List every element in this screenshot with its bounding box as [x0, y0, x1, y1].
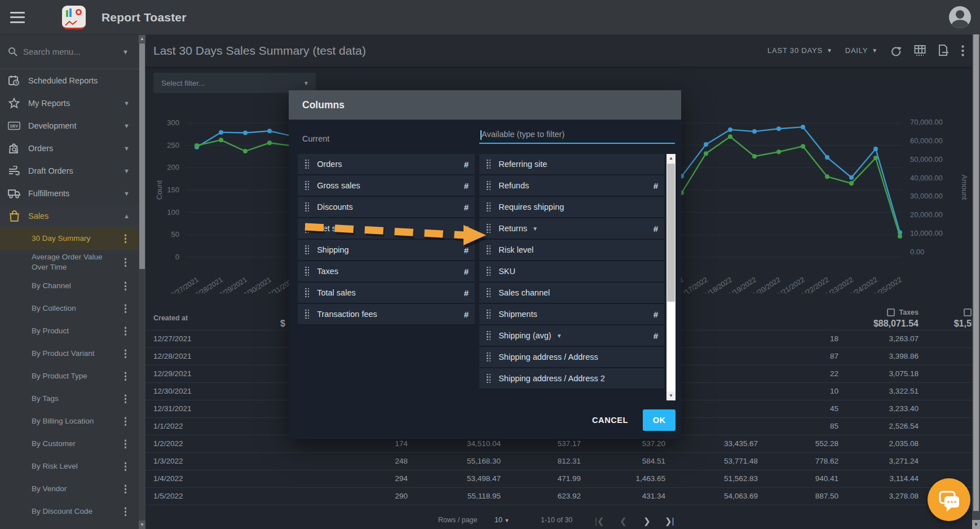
- sidebar-subitem-30-day-summary[interactable]: 30 Day Summary: [0, 227, 139, 250]
- item-menu-kebab-icon[interactable]: [125, 508, 127, 517]
- available-column-shipping-avg-[interactable]: Shipping (avg)▼#: [479, 325, 664, 347]
- drag-handle-icon[interactable]: [487, 374, 491, 383]
- drag-handle-icon[interactable]: [305, 245, 309, 254]
- sidebar-subitem-by-checkout-currency[interactable]: By Checkout Currency: [0, 523, 139, 529]
- sidebar-subitem-by-product-variant[interactable]: By Product Variant: [0, 342, 139, 365]
- sidebar-subitem-by-product-type[interactable]: By Product Type: [0, 365, 139, 387]
- current-column-gross-sales[interactable]: Gross sales#: [298, 175, 475, 197]
- available-column-refunds[interactable]: Refunds#: [479, 175, 664, 197]
- available-column-returns[interactable]: Returns▼#: [479, 218, 664, 240]
- sidebar-item-orders[interactable]: Orders▼: [0, 137, 139, 160]
- scroll-up-icon[interactable]: ▲: [666, 154, 676, 163]
- last-page-icon[interactable]: ❯|: [665, 516, 674, 526]
- drag-handle-icon[interactable]: [487, 245, 491, 254]
- sidebar-subitem-by-collection[interactable]: By Collection: [0, 297, 139, 320]
- drag-handle-icon[interactable]: [487, 267, 491, 276]
- drag-handle-icon[interactable]: [487, 352, 491, 362]
- menu-hamburger-icon[interactable]: [10, 12, 25, 23]
- drag-handle-icon[interactable]: [305, 288, 309, 297]
- export-icon[interactable]: [938, 45, 949, 56]
- sidebar-subitem-by-tags[interactable]: By Tags: [0, 387, 139, 410]
- chevron-down-icon[interactable]: ▼: [557, 333, 562, 339]
- table-row[interactable]: 1/5/202229055,118.95623.92431.3454,063.6…: [145, 487, 972, 505]
- account-avatar-icon[interactable]: [949, 6, 971, 28]
- scroll-up-icon[interactable]: ▲: [139, 34, 145, 43]
- cancel-button[interactable]: CANCEL: [592, 416, 628, 425]
- sidebar-item-fulfillments[interactable]: Fulfillments▼: [0, 182, 139, 205]
- granularity-select[interactable]: DAILY▼: [845, 46, 878, 55]
- sidebar-subitem-by-vendor[interactable]: By Vendor: [0, 478, 139, 500]
- sidebar-subitem-by-channel[interactable]: By Channel: [0, 275, 139, 297]
- available-scrollbar-thumb[interactable]: [667, 164, 675, 302]
- item-menu-kebab-icon[interactable]: [125, 350, 127, 359]
- sidebar-subitem-by-customer[interactable]: By Customer: [0, 433, 139, 455]
- available-column-shipping-address-address-2[interactable]: Shipping address / Address 2: [479, 368, 664, 390]
- scroll-down-icon[interactable]: ▼: [972, 520, 980, 529]
- current-column-net-sales[interactable]: Net sales#: [298, 218, 475, 240]
- drag-handle-icon[interactable]: [305, 267, 309, 276]
- table-row[interactable]: 1/4/202229453,498.47471.991,463.6551,562…: [145, 470, 972, 487]
- drag-handle-icon[interactable]: [305, 202, 309, 211]
- sidebar-item-draft-orders[interactable]: Draft Orders▼: [0, 160, 139, 182]
- search-dropdown-caret-icon[interactable]: ▼: [122, 49, 129, 55]
- sidebar-scrollbar-thumb[interactable]: [139, 43, 145, 269]
- item-menu-kebab-icon[interactable]: [125, 305, 127, 314]
- scroll-down-icon[interactable]: ▼: [666, 391, 676, 400]
- table-row[interactable]: 1/3/202224855,168.30812.31584.5153,771.4…: [145, 452, 972, 470]
- page-scrollbar[interactable]: ▼: [972, 34, 980, 529]
- item-menu-kebab-icon[interactable]: [125, 417, 127, 426]
- sidebar-item-sales[interactable]: Sales▲: [0, 205, 139, 227]
- sidebar-subitem-average-order-value-over-time[interactable]: Average Order Value Over Time: [0, 250, 139, 275]
- page-scrollbar-thumb[interactable]: [973, 34, 979, 511]
- item-menu-kebab-icon[interactable]: [125, 282, 127, 291]
- drag-handle-icon[interactable]: [487, 224, 491, 233]
- current-column-taxes[interactable]: Taxes#: [298, 261, 475, 283]
- drag-handle-icon[interactable]: [487, 331, 491, 340]
- prev-page-icon[interactable]: ❮: [620, 516, 627, 526]
- available-column-referring-site[interactable]: Referring site: [479, 154, 664, 175]
- current-column-discounts[interactable]: Discounts#: [298, 197, 475, 218]
- available-filter-input[interactable]: [479, 127, 675, 144]
- item-menu-kebab-icon[interactable]: [125, 440, 127, 449]
- available-column-shipments[interactable]: Shipments#: [479, 304, 664, 325]
- item-menu-kebab-icon[interactable]: [125, 372, 127, 381]
- sidebar-subitem-by-product[interactable]: By Product: [0, 320, 139, 342]
- current-column-orders[interactable]: Orders#: [298, 154, 475, 175]
- item-menu-kebab-icon[interactable]: [125, 462, 127, 471]
- current-column-shipping[interactable]: Shipping#: [298, 240, 475, 261]
- item-menu-kebab-icon[interactable]: [125, 395, 127, 404]
- chevron-down-icon[interactable]: ▼: [532, 226, 538, 232]
- sidebar-scrollbar[interactable]: ▲ ▼: [139, 34, 145, 529]
- drag-handle-icon[interactable]: [487, 202, 491, 211]
- sidebar-subitem-by-discount-code[interactable]: By Discount Code: [0, 500, 139, 523]
- sidebar-subitem-by-billing-location[interactable]: By Billing Location: [0, 410, 139, 433]
- drag-handle-icon[interactable]: [305, 224, 309, 233]
- refresh-icon[interactable]: [890, 45, 902, 56]
- drag-handle-icon[interactable]: [487, 160, 491, 169]
- search-input[interactable]: [23, 47, 108, 56]
- sidebar-item-my-reports[interactable]: My Reports▼: [0, 92, 139, 114]
- sidebar-subitem-by-risk-level[interactable]: By Risk Level: [0, 455, 139, 478]
- item-menu-kebab-icon[interactable]: [125, 327, 127, 336]
- drag-handle-icon[interactable]: [305, 310, 309, 319]
- available-column-sku[interactable]: SKU: [479, 261, 664, 283]
- table-view-icon[interactable]: [914, 45, 926, 56]
- item-menu-kebab-icon[interactable]: [125, 234, 127, 243]
- date-range-select[interactable]: LAST 30 DAYS▼: [767, 46, 833, 55]
- item-menu-kebab-icon[interactable]: [125, 485, 127, 494]
- page-size-select[interactable]: 10 ▼: [495, 516, 509, 524]
- drag-handle-icon[interactable]: [487, 310, 491, 319]
- item-menu-kebab-icon[interactable]: [125, 258, 127, 267]
- sidebar-item-scheduled-reports[interactable]: Scheduled Reports: [0, 69, 139, 92]
- available-column-shipping-address-address[interactable]: Shipping address / Address: [479, 347, 664, 368]
- ok-button[interactable]: OK: [643, 409, 676, 431]
- drag-handle-icon[interactable]: [305, 160, 309, 169]
- drag-handle-icon[interactable]: [487, 288, 491, 297]
- current-column-transaction-fees[interactable]: Transaction fees#: [298, 304, 475, 325]
- more-options-kebab-icon[interactable]: [961, 45, 964, 56]
- next-page-icon[interactable]: ❯: [643, 516, 651, 526]
- available-column-requires-shipping[interactable]: Requires shipping: [479, 197, 664, 218]
- current-column-total-sales[interactable]: Total sales#: [298, 283, 475, 304]
- checkbox-unchecked[interactable]: [964, 308, 972, 316]
- drag-handle-icon[interactable]: [305, 181, 309, 190]
